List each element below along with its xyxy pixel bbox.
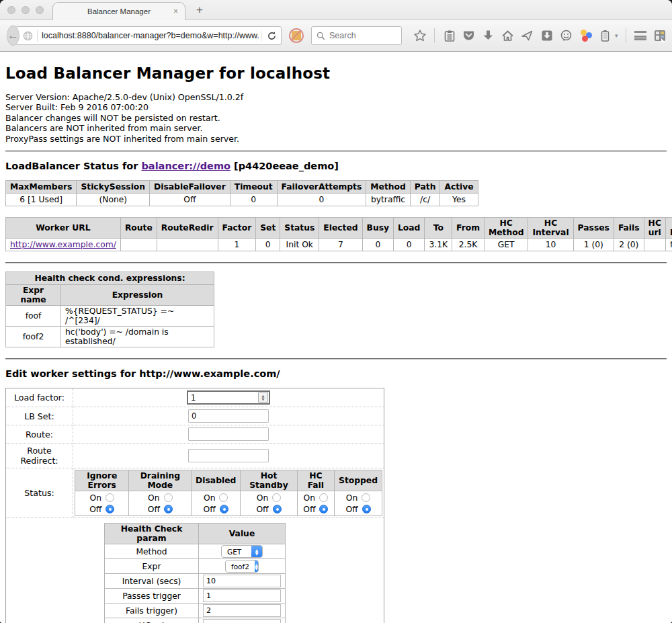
route-redirect-input[interactable]: [188, 449, 269, 462]
route-input[interactable]: [188, 427, 269, 441]
hcol-exprname: Expr name: [6, 285, 61, 306]
site-identity-globe-icon[interactable]: [23, 31, 33, 41]
page-shot-grid-icon[interactable]: [653, 29, 667, 43]
lb-set-label: LB Set:: [6, 407, 73, 425]
wval-hcinterval: 10: [528, 239, 573, 251]
balancer-data-row: 6 [1 Used] (None) Off 0 0 bytraffic /c/ …: [6, 194, 478, 206]
hc-fail-off-radio[interactable]: [319, 505, 328, 513]
status-col-hc-fail: HC Fail: [297, 470, 334, 491]
expr-name-foof: foof: [6, 306, 61, 327]
status-col-ignore-errors: Ignore Errors: [75, 470, 129, 491]
select-stepper-icon: ▲▼: [255, 560, 258, 573]
expr-select[interactable]: foof2▲▼: [225, 560, 259, 573]
search-bar[interactable]: [311, 26, 402, 45]
method-select[interactable]: GET▲▼: [221, 545, 263, 558]
send-tab-icon[interactable]: [520, 29, 534, 43]
val-maxmembers: 6 [1 Used]: [6, 194, 77, 206]
draining-mode-on-radio[interactable]: [164, 493, 173, 502]
downloads-icon[interactable]: [481, 29, 495, 43]
wcol-load: Load: [394, 218, 425, 239]
balancer-demo-link[interactable]: balancer://demo: [141, 161, 230, 171]
hc-param-header: Health Check param: [105, 524, 199, 544]
close-window-button[interactable]: [7, 6, 15, 14]
pocket-icon[interactable]: [462, 29, 476, 43]
number-stepper-icon[interactable]: ▲▼: [258, 392, 268, 403]
tab-balancer-manager[interactable]: Balancer Manager ×: [52, 2, 185, 20]
wcol-url: Worker URL: [6, 218, 121, 239]
disabled-off-label: Off: [204, 505, 216, 514]
disabled-on-radio[interactable]: [219, 493, 228, 502]
edit-worker-heading: Edit worker settings for http://www.exam…: [5, 368, 667, 379]
interval-label: Interval (secs): [105, 574, 199, 589]
hot-standby-on-radio[interactable]: [272, 493, 281, 502]
wval-hcuri: [644, 239, 665, 251]
col-disablefailover: DisableFailover: [150, 181, 230, 194]
lb-set-input[interactable]: [188, 409, 269, 423]
zoom-window-button[interactable]: [36, 6, 44, 14]
page-content: Load Balancer Manager for localhost Serv…: [0, 52, 672, 623]
hc-expr-row-foof: foof %{REQUEST_STATUS} =~ /^[234]/: [6, 306, 214, 327]
wcol-hcmethod: HC Method: [485, 218, 528, 239]
search-input[interactable]: [329, 31, 396, 40]
passes-row: Passes trigger: [105, 589, 286, 604]
interval-input[interactable]: [203, 575, 281, 587]
wcol-fails: Fails: [614, 218, 644, 239]
interval-row: Interval (secs): [105, 574, 286, 589]
url-bar[interactable]: localhost:8880/balancer-manager?b=demo&w…: [15, 26, 282, 45]
tab-bar: Balancer Manager × +: [0, 0, 672, 20]
route-label: Route:: [6, 425, 73, 444]
wval-route: [120, 239, 157, 251]
route-redirect-label: Route Redirect:: [6, 444, 73, 468]
extension-colordots-icon[interactable]: [579, 29, 593, 43]
reload-icon[interactable]: [261, 31, 277, 41]
reading-list-icon[interactable]: [442, 29, 456, 43]
tab-title: Balancer Manager: [87, 7, 151, 15]
worker-url-link[interactable]: http://www.example.com/: [10, 240, 116, 249]
method-select-value: GET: [222, 548, 247, 556]
back-button[interactable]: ←: [7, 26, 19, 46]
save-page-icon[interactable]: [540, 29, 554, 43]
new-tab-button[interactable]: +: [196, 3, 203, 17]
status-col-disabled: Disabled: [192, 470, 241, 491]
wval-load: 0: [394, 239, 425, 251]
hc-fail-on-radio[interactable]: [319, 493, 328, 502]
load-factor-row: Load factor: ▲▼: [6, 388, 384, 407]
toolbar-icons: ▾: [413, 28, 667, 43]
hot-standby-off-radio[interactable]: [273, 505, 282, 513]
disabled-off-radio[interactable]: [220, 505, 228, 513]
wcol-to: To: [425, 218, 452, 239]
passes-input[interactable]: [203, 589, 281, 602]
ignore-errors-off-radio[interactable]: [106, 505, 114, 513]
tab-close-icon[interactable]: ×: [173, 7, 178, 16]
status-radio-row: On Off On Off On Off: [75, 491, 382, 516]
draining-mode-off-radio[interactable]: [164, 505, 173, 513]
edit-worker-form: Load factor: ▲▼ LB Set: Route: Route Red…: [5, 388, 384, 623]
bookmark-star-icon[interactable]: [413, 29, 427, 43]
wval-fails: 2 (0): [614, 239, 644, 251]
hc-uri-input[interactable]: [203, 619, 281, 623]
menu-hamburger-icon[interactable]: [634, 29, 648, 43]
fails-input[interactable]: [203, 604, 281, 617]
url-text[interactable]: localhost:8880/balancer-manager?b=demo&w…: [42, 31, 259, 40]
chat-smiley-icon[interactable]: [559, 29, 573, 43]
expr-value-foof2: hc('body') =~ /domain is established/: [61, 327, 214, 347]
ignore-errors-on-radio[interactable]: [106, 493, 114, 502]
window-controls[interactable]: [7, 6, 44, 14]
page-title: Load Balancer Manager for localhost: [5, 52, 667, 92]
proxypass-inherit-line: ProxyPass settings are NOT inherited fro…: [5, 134, 667, 144]
col-failoverattempts: FailoverAttempts: [277, 181, 366, 194]
container-battery-icon[interactable]: [598, 29, 612, 43]
expr-name-foof2: foof2: [6, 327, 61, 347]
wcol-hcexpr: HC Expr: [665, 218, 672, 239]
status-header-row: Ignore Errors Draining Mode Disabled Hot…: [75, 470, 382, 491]
hc-fail-on-label: On: [304, 493, 315, 503]
wval-factor: 1: [218, 239, 256, 251]
minimize-window-button[interactable]: [22, 6, 30, 14]
status-col-draining-mode: Draining Mode: [129, 470, 192, 491]
home-icon[interactable]: [501, 29, 515, 43]
stopped-on-radio[interactable]: [362, 493, 370, 502]
stopped-off-radio[interactable]: [362, 505, 371, 513]
overflow-caret-icon[interactable]: ▾: [615, 32, 618, 39]
wcol-hcuri: HC uri: [644, 218, 665, 239]
content-blocker-icon[interactable]: [289, 28, 304, 43]
